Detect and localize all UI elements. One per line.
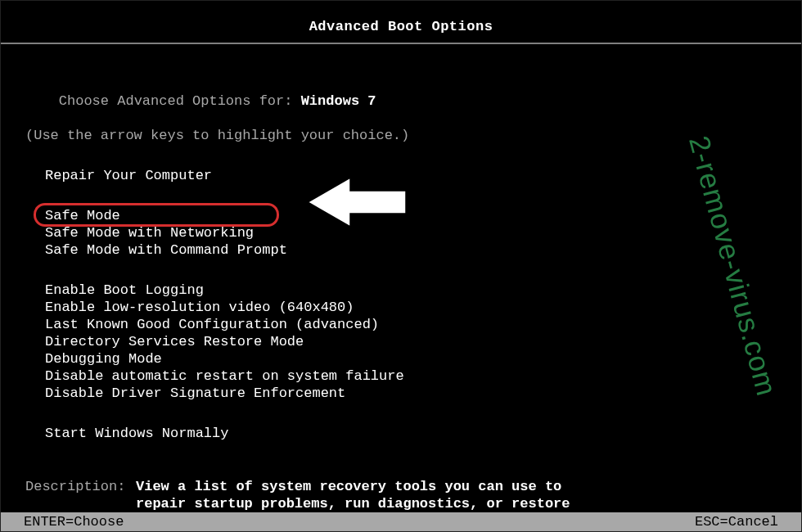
menu-last-known-good-config[interactable]: Last Known Good Configuration (advanced) bbox=[45, 316, 777, 333]
os-name: Windows 7 bbox=[301, 93, 376, 109]
footer-enter-hint: ENTER=Choose bbox=[24, 514, 124, 530]
menu-enable-boot-logging[interactable]: Enable Boot Logging bbox=[45, 282, 777, 299]
menu-safe-mode[interactable]: Safe Mode bbox=[45, 207, 777, 224]
footer-bar: ENTER=Choose ESC=Cancel bbox=[1, 512, 801, 531]
menu-directory-services-restore[interactable]: Directory Services Restore Mode bbox=[45, 333, 777, 350]
boot-menu: Repair Your Computer Safe Mode Safe Mode… bbox=[25, 144, 777, 442]
body: Choose Advanced Options for: Windows 7 (… bbox=[1, 44, 801, 530]
menu-safe-mode-command-prompt[interactable]: Safe Mode with Command Prompt bbox=[45, 241, 777, 259]
description-label: Description: bbox=[25, 478, 136, 495]
title-row: Advanced Boot Options bbox=[1, 1, 801, 43]
menu-safe-mode-networking[interactable]: Safe Mode with Networking bbox=[45, 224, 777, 241]
arrow-hint: (Use the arrow keys to highlight your ch… bbox=[25, 127, 777, 144]
choose-prefix: Choose Advanced Options for: bbox=[59, 93, 301, 109]
footer-esc-hint: ESC=Cancel bbox=[695, 514, 778, 530]
menu-start-windows-normally[interactable]: Start Windows Normally bbox=[45, 425, 777, 442]
page-title: Advanced Boot Options bbox=[309, 19, 493, 34]
choose-line: Choose Advanced Options for: Windows 7 bbox=[25, 75, 777, 127]
menu-disable-auto-restart[interactable]: Disable automatic restart on system fail… bbox=[45, 367, 777, 385]
menu-disable-driver-sig-enforcement[interactable]: Disable Driver Signature Enforcement bbox=[45, 385, 777, 402]
menu-repair-your-computer[interactable]: Repair Your Computer bbox=[45, 167, 777, 184]
menu-debugging-mode[interactable]: Debugging Mode bbox=[45, 350, 777, 367]
menu-enable-low-res-video[interactable]: Enable low-resolution video (640x480) bbox=[45, 299, 777, 316]
